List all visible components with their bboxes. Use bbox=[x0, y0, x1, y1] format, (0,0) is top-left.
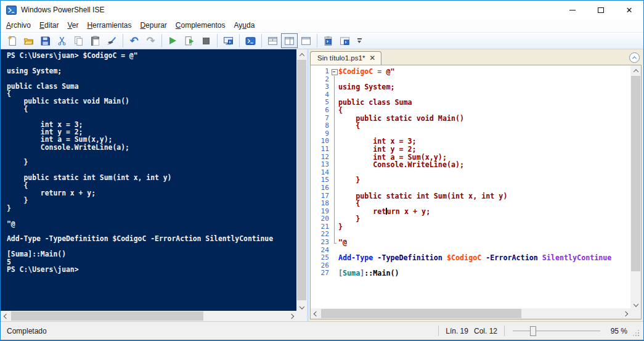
show-script-pane-button[interactable] bbox=[336, 33, 353, 48]
scroll-left-button[interactable] bbox=[1, 311, 11, 321]
menu-item-herramientas[interactable]: Herramientas bbox=[83, 20, 136, 31]
run-script-button[interactable] bbox=[165, 33, 181, 48]
line-number: 23 bbox=[311, 239, 330, 247]
line-indicator: Lín. 19 bbox=[446, 327, 468, 335]
editor-line: 1$CodigoC = @" bbox=[311, 68, 630, 76]
scroll-thumb[interactable] bbox=[297, 60, 306, 300]
fold-column bbox=[330, 115, 338, 123]
fold-column bbox=[330, 122, 338, 130]
show-script-pane-maximized-button[interactable] bbox=[298, 33, 314, 48]
menu-item-archivo[interactable]: Archivo bbox=[2, 20, 35, 31]
scroll-track[interactable] bbox=[630, 76, 641, 298]
menu-item-complementos[interactable]: Complementos bbox=[171, 20, 230, 31]
zoom-slider[interactable] bbox=[513, 326, 600, 337]
console-line: } bbox=[7, 205, 296, 212]
script-editor[interactable]: 1$CodigoC = @"23using System;45public cl… bbox=[311, 65, 630, 308]
console-line: return x + y; bbox=[7, 189, 296, 197]
zoom-slider-track[interactable] bbox=[513, 331, 600, 332]
menu-bar: ArchivoEditarVerHerramientasDepurarCompl… bbox=[1, 19, 643, 32]
redo-button[interactable]: ↷ bbox=[142, 33, 159, 48]
scroll-thumb[interactable] bbox=[11, 311, 203, 321]
line-number: 27 bbox=[311, 269, 330, 277]
show-command-addon-button[interactable] bbox=[320, 33, 336, 48]
fold-column bbox=[330, 91, 338, 99]
collapse-script-pane-button[interactable] bbox=[629, 52, 640, 63]
minimize-button[interactable] bbox=[558, 1, 587, 19]
code-text: $CodigoC = @" bbox=[338, 68, 395, 76]
scroll-thumb[interactable] bbox=[321, 309, 521, 318]
fold-column bbox=[330, 192, 338, 200]
tab-sin-titulo1[interactable]: Sin título1.ps1* ✕ bbox=[310, 51, 381, 65]
code-text: [Suma]::Main() bbox=[338, 269, 399, 277]
toolbar: ↶ ↷ bbox=[1, 32, 643, 49]
console-line: using System; bbox=[7, 67, 296, 75]
window-controls: ✕ bbox=[558, 1, 643, 19]
paste-button[interactable] bbox=[87, 33, 104, 48]
main-area: PS C:\Users\juan> $CodigoC = @" using Sy… bbox=[1, 49, 643, 321]
undo-button[interactable]: ↶ bbox=[126, 33, 142, 48]
script-window-icon bbox=[340, 36, 350, 46]
editor-line: 8 { bbox=[311, 122, 630, 130]
cursor-position: Lín. 19 Col. 12 bbox=[446, 327, 497, 335]
scroll-thumb[interactable] bbox=[631, 76, 640, 271]
show-script-pane-top-button[interactable] bbox=[264, 33, 281, 48]
close-button[interactable]: ✕ bbox=[615, 1, 643, 19]
editor-vertical-scrollbar[interactable] bbox=[630, 65, 641, 308]
line-number: 13 bbox=[311, 161, 330, 169]
console-line: public static void Main() bbox=[7, 97, 296, 105]
fold-column bbox=[330, 138, 338, 146]
menu-item-depurar[interactable]: Depurar bbox=[136, 20, 171, 31]
scroll-track[interactable] bbox=[296, 60, 307, 300]
show-script-pane-right-button[interactable] bbox=[281, 33, 298, 48]
console-pane: PS C:\Users\juan> $CodigoC = @" using Sy… bbox=[1, 49, 307, 321]
resize-grip[interactable] bbox=[632, 329, 640, 337]
console-line: "@ bbox=[7, 220, 296, 228]
fold-column bbox=[330, 254, 338, 262]
scroll-down-button[interactable] bbox=[630, 298, 641, 308]
open-script-button[interactable] bbox=[20, 33, 37, 48]
scroll-right-button[interactable] bbox=[620, 308, 630, 319]
new-remote-powershell-tab-button[interactable] bbox=[220, 33, 237, 48]
fold-column bbox=[330, 107, 338, 115]
copy-button[interactable] bbox=[70, 33, 87, 48]
scroll-track[interactable] bbox=[321, 308, 620, 319]
zoom-slider-thumb[interactable] bbox=[530, 326, 536, 336]
scroll-right-button[interactable] bbox=[286, 311, 296, 321]
console-line bbox=[7, 212, 296, 220]
console-line: PS C:\Users\juan> $CodigoC = @" bbox=[7, 52, 296, 59]
scrollbar-corner bbox=[630, 308, 641, 319]
editor-line: 25Add-Type -TypeDefinition $CodigoC -Err… bbox=[311, 254, 630, 262]
stop-operation-button[interactable] bbox=[198, 33, 214, 48]
scroll-down-button[interactable] bbox=[296, 300, 307, 311]
scroll-left-button[interactable] bbox=[311, 308, 321, 319]
menu-item-editar[interactable]: Editar bbox=[35, 20, 63, 31]
menu-item-ver[interactable]: Ver bbox=[63, 20, 83, 31]
console-line: Add-Type -TypeDefinition $CodigoC -Error… bbox=[7, 235, 296, 242]
scroll-up-button[interactable] bbox=[296, 49, 307, 60]
tab-close-icon[interactable]: ✕ bbox=[369, 54, 375, 62]
save-floppy-icon bbox=[40, 36, 51, 46]
menu-item-ayuda[interactable]: Ayuda bbox=[230, 20, 259, 31]
console-horizontal-scrollbar[interactable] bbox=[1, 311, 296, 321]
editor-horizontal-scrollbar[interactable] bbox=[311, 308, 630, 319]
maximize-button[interactable] bbox=[587, 1, 615, 19]
cut-button[interactable] bbox=[54, 33, 70, 48]
save-button[interactable] bbox=[37, 33, 54, 48]
run-selection-button[interactable] bbox=[181, 33, 198, 48]
console-vertical-scrollbar[interactable] bbox=[296, 49, 307, 311]
chevron-up-icon bbox=[632, 56, 637, 60]
toolbar-overflow-button[interactable] bbox=[353, 38, 365, 43]
fold-collapse-box[interactable] bbox=[330, 68, 338, 76]
console-line: } bbox=[7, 197, 296, 204]
console-output[interactable]: PS C:\Users\juan> $CodigoC = @" using Sy… bbox=[1, 49, 296, 311]
fold-column bbox=[330, 83, 338, 91]
new-script-button[interactable] bbox=[4, 33, 20, 48]
line-number: 11 bbox=[311, 146, 330, 154]
scroll-up-button[interactable] bbox=[630, 65, 641, 76]
scroll-track[interactable] bbox=[11, 311, 286, 321]
clear-console-button[interactable] bbox=[104, 33, 120, 48]
editor-line: 21} bbox=[311, 223, 630, 231]
status-bar: Completado Lín. 19 Col. 12 95 % bbox=[1, 321, 643, 340]
start-powershell-button[interactable] bbox=[242, 33, 259, 48]
console-line: int a = Sum(x,y); bbox=[7, 136, 296, 143]
